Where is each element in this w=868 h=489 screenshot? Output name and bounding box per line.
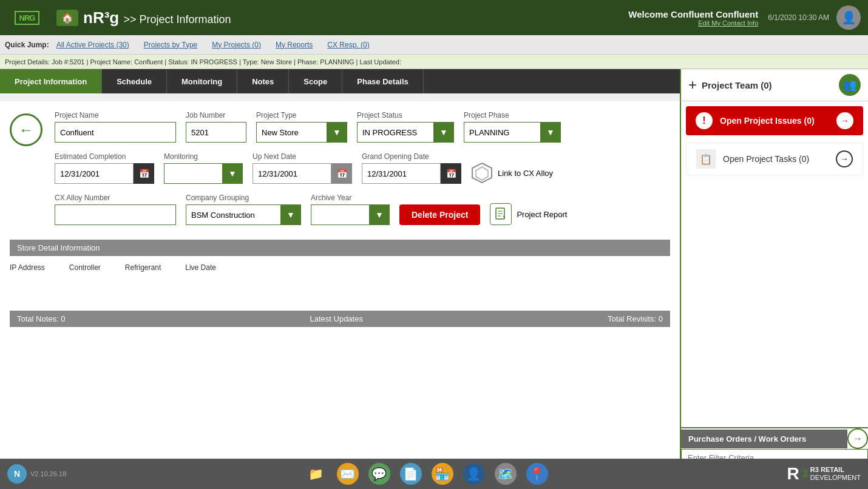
- app-title: nR³g >> Project Information: [83, 8, 231, 27]
- tab-bar: Project Information Schedule Monitoring …: [0, 69, 680, 93]
- estimated-completion-group: Estimated Completion 📅: [55, 152, 154, 184]
- open-tasks-button[interactable]: 📋 Open Project Tasks (0) →: [686, 143, 863, 175]
- up-next-date-group: Up Next Date 📅: [253, 152, 352, 184]
- project-phase-label: Project Phase: [464, 111, 561, 120]
- r3-sub: DEVELOPMENT: [810, 474, 861, 482]
- taskbar-chat-icon[interactable]: 💬: [368, 463, 390, 485]
- estimated-completion-calendar-button[interactable]: 📅: [134, 163, 154, 184]
- project-type-label: Project Type: [256, 111, 347, 120]
- taskbar-doc-icon[interactable]: 📄: [400, 463, 422, 485]
- project-report-label: Project Report: [517, 210, 567, 219]
- quick-jump-by-type[interactable]: Projects by Type: [144, 41, 198, 49]
- monitoring-select[interactable]: Yes No: [164, 163, 243, 184]
- link-cx-alloy-button[interactable]: Link to CX Alloy: [471, 162, 553, 184]
- svg-marker-1: [476, 167, 488, 180]
- quick-jump-my-reports[interactable]: My Reports: [276, 41, 313, 49]
- estimated-completion-input[interactable]: [55, 163, 134, 184]
- project-name-input[interactable]: [55, 122, 176, 143]
- tasks-arrow-icon: →: [836, 150, 853, 167]
- job-number-input[interactable]: [186, 122, 246, 143]
- company-grouping-label: Company Grouping: [186, 194, 301, 202]
- form-fields: Project Name Job Number Project Type New…: [55, 111, 670, 235]
- r3-label: R3 RETAIL: [810, 466, 861, 474]
- job-number-group: Job Number: [186, 111, 246, 143]
- taskbar: N V2.10.26.18 📁 ✉️ 💬 📄 🏪 👤 🗺️ 📍 R 3 R3 R…: [0, 459, 868, 489]
- project-team-label: Project Team (0): [702, 80, 772, 90]
- cx-alloy-number-group: CX Alloy Number: [55, 194, 176, 225]
- taskbar-nrg-icon[interactable]: N: [7, 464, 27, 484]
- tab-schedule[interactable]: Schedule: [102, 69, 167, 93]
- taskbar-store-icon[interactable]: 🏪: [432, 463, 453, 485]
- quick-jump-label: Quick Jump:: [5, 41, 49, 49]
- po-title: Purchase Orders / Work Orders: [681, 430, 847, 448]
- monitoring-group: Monitoring Yes No ▼: [164, 152, 243, 184]
- estimated-completion-label: Estimated Completion: [55, 152, 154, 161]
- project-details-bar: Project Details: Job #:5201 | Project Na…: [0, 55, 868, 69]
- project-status-group: Project Status IN PROGRESS COMPLETE ON H…: [357, 111, 454, 143]
- home-button[interactable]: 🏠: [56, 10, 78, 26]
- quick-jump-bar: Quick Jump: All Active Projects (30) Pro…: [0, 35, 868, 55]
- tasks-clipboard-icon: 📋: [696, 149, 716, 169]
- cx-alloy-number-input[interactable]: [55, 204, 176, 225]
- latest-updates-label: Latest Updates: [66, 314, 608, 323]
- quick-jump-all-active[interactable]: All Active Projects (30): [56, 41, 129, 49]
- logo-area: NRG: [7, 4, 47, 31]
- up-next-date-input[interactable]: [253, 163, 331, 184]
- total-revisits-label: Total Revisits: 0: [608, 314, 663, 323]
- nrg-logo: NRG: [7, 4, 47, 31]
- sidebar-header: + Project Team (0) 👥: [680, 69, 868, 101]
- tab-notes[interactable]: Notes: [237, 69, 289, 93]
- quick-jump-my-projects[interactable]: My Projects (0): [212, 41, 261, 49]
- grand-opening-date-label: Grand Opening Date: [362, 152, 461, 161]
- quick-jump-cx-resp[interactable]: CX Resp. (0): [327, 41, 369, 49]
- po-arrow-icon[interactable]: →: [847, 428, 868, 449]
- taskbar-version: V2.10.26.18: [30, 470, 66, 477]
- sidebar-spacer: [681, 178, 868, 427]
- project-type-select-wrapper: New Store Remodel Retrofit ▼: [256, 122, 347, 143]
- edit-contact-link[interactable]: Edit My Contact Info: [628, 19, 758, 27]
- tab-and-sidebar-header: Project Information Schedule Monitoring …: [0, 69, 868, 101]
- team-icon[interactable]: 👥: [839, 74, 861, 96]
- up-next-date-label: Up Next Date: [253, 152, 352, 161]
- taskbar-location-icon[interactable]: 📍: [526, 463, 548, 485]
- open-issues-button[interactable]: ! Open Project Issues (0) →: [686, 106, 863, 135]
- tab-phase-details[interactable]: Phase Details: [342, 69, 424, 93]
- delete-project-button[interactable]: Delete Project: [399, 204, 480, 225]
- project-status-label: Project Status: [357, 111, 454, 120]
- company-grouping-select-wrapper: BSM Construction Other ▼: [186, 204, 301, 225]
- project-phase-select[interactable]: PLANNING DESIGN CONSTRUCTION: [464, 122, 561, 143]
- taskbar-files-icon[interactable]: 📁: [305, 463, 327, 485]
- up-next-date-calendar-button[interactable]: 📅: [331, 163, 352, 184]
- form-row-3: CX Alloy Number Company Grouping BSM Con…: [55, 194, 670, 225]
- link-cx-alloy-label: Link to CX Alloy: [498, 169, 553, 178]
- add-team-member-button[interactable]: +: [688, 76, 697, 93]
- project-status-select-wrapper: IN PROGRESS COMPLETE ON HOLD ▼: [357, 122, 454, 143]
- total-notes-label: Total Notes: 0: [17, 314, 66, 323]
- taskbar-user-icon[interactable]: 👤: [463, 463, 485, 485]
- cx-alloy-number-label: CX Alloy Number: [55, 194, 176, 202]
- tab-project-info[interactable]: Project Information: [0, 69, 102, 93]
- issues-arrow-icon: →: [836, 112, 853, 129]
- open-tasks-label: Open Project Tasks (0): [723, 154, 836, 164]
- main-content: ← Project Name Job Number Project Type: [0, 101, 868, 467]
- project-type-select[interactable]: New Store Remodel Retrofit: [256, 122, 347, 143]
- taskbar-map-icon[interactable]: 🗺️: [495, 463, 517, 485]
- archive-year-select[interactable]: 2020 2021: [311, 204, 390, 225]
- grand-opening-date-input[interactable]: [362, 163, 441, 184]
- grand-opening-date-wrapper: 📅: [362, 163, 461, 184]
- tab-monitoring[interactable]: Monitoring: [167, 69, 237, 93]
- job-number-label: Job Number: [186, 111, 246, 120]
- notes-footer: Total Notes: 0 Latest Updates Total Revi…: [10, 311, 670, 327]
- avatar[interactable]: 👤: [836, 5, 861, 30]
- monitoring-select-wrapper: Yes No ▼: [164, 163, 243, 184]
- estimated-completion-date-wrapper: 📅: [55, 163, 154, 184]
- grand-opening-calendar-button[interactable]: 📅: [441, 163, 461, 184]
- company-grouping-select[interactable]: BSM Construction Other: [186, 204, 301, 225]
- back-button[interactable]: ←: [10, 113, 42, 146]
- project-status-select[interactable]: IN PROGRESS COMPLETE ON HOLD: [357, 122, 454, 143]
- taskbar-email-icon[interactable]: ✉️: [337, 463, 359, 485]
- tab-scope[interactable]: Scope: [289, 69, 342, 93]
- project-report-button[interactable]: Project Report: [490, 203, 567, 225]
- form-top-row: ← Project Name Job Number Project Type: [10, 111, 670, 235]
- po-header: Purchase Orders / Work Orders →: [681, 428, 868, 449]
